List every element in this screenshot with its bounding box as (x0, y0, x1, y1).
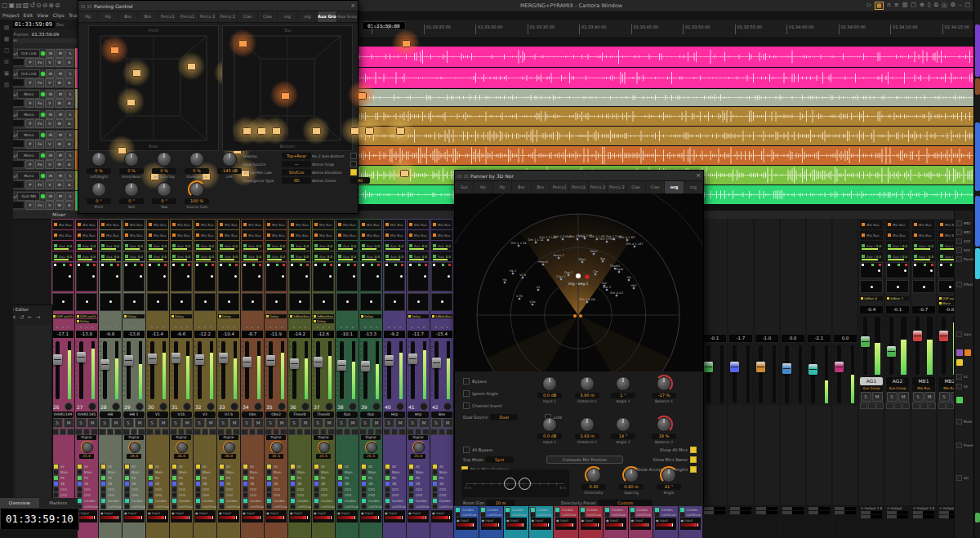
checkbox[interactable] (956, 331, 962, 337)
route-row[interactable]: continuo (290, 504, 311, 509)
small-button[interactable] (280, 429, 287, 435)
color-chip[interactable] (956, 359, 963, 366)
checkbox[interactable] (463, 402, 470, 409)
fx-slot[interactable]: 3dNoirBoost (289, 314, 310, 318)
automation-icon[interactable]: Ⓐ (942, 2, 947, 10)
solo-button[interactable]: S (171, 418, 181, 428)
menu-clips[interactable]: Clips (52, 12, 64, 18)
send-slot[interactable]: Mix Bus (860, 230, 883, 240)
route-row[interactable]: continuo (679, 512, 702, 517)
track-w-button[interactable]: W (55, 99, 64, 108)
small-button[interactable] (920, 402, 928, 409)
small-button[interactable] (894, 402, 902, 409)
fader-track[interactable] (942, 317, 946, 375)
route-row[interactable]: All (100, 464, 122, 469)
route-checkbox[interactable] (432, 469, 438, 475)
route-checkbox[interactable] (100, 475, 106, 481)
panner-tab-11[interactable]: org (665, 181, 684, 193)
pan-box-bottom[interactable] (313, 293, 334, 311)
track-spinner[interactable]: ▲▼ (13, 153, 16, 158)
route-row[interactable]: Cordes (385, 498, 406, 504)
send-slot[interactable]: Mix Bus (76, 230, 97, 240)
route-row[interactable]: All (290, 464, 311, 469)
solo-button[interactable]: S (218, 418, 229, 428)
small-button[interactable] (178, 429, 185, 435)
fader-cap[interactable] (100, 359, 109, 370)
route-checkbox[interactable] (77, 498, 82, 504)
knob[interactable] (189, 152, 204, 167)
route-checkbox[interactable] (172, 469, 177, 475)
small-button[interactable] (312, 429, 319, 435)
solo-button[interactable]: S (336, 418, 347, 428)
small-button[interactable] (241, 429, 248, 435)
pan-box-bottom[interactable] (147, 293, 168, 311)
panner-tab-1[interactable]: Hp (474, 181, 492, 193)
route-checkbox[interactable] (266, 492, 272, 498)
route-checkbox[interactable] (408, 492, 414, 498)
route-checkbox[interactable] (361, 475, 367, 481)
play-icon[interactable]: ▷ (867, 2, 871, 10)
route-row[interactable]: 4B (53, 481, 74, 487)
route-row[interactable]: 4B (100, 481, 122, 487)
route-row[interactable]: All (219, 464, 240, 469)
fader-track[interactable] (292, 341, 296, 399)
small-button[interactable] (304, 429, 311, 435)
route-checkbox[interactable] (219, 475, 225, 481)
checkbox[interactable] (956, 419, 962, 425)
right-panel-mute[interactable]: Mute (956, 419, 972, 425)
route-checkbox[interactable] (290, 498, 296, 504)
track-fx-button[interactable]: Fx (35, 201, 44, 210)
track-p-button[interactable]: P (25, 99, 34, 108)
pan-box-top[interactable] (912, 262, 935, 278)
checkbox[interactable] (956, 475, 962, 481)
route-row[interactable]: 4B (195, 481, 216, 487)
route-row[interactable]: 4B (314, 481, 335, 487)
pan-box-top[interactable] (265, 262, 287, 291)
route-row[interactable]: continuo (243, 504, 264, 509)
small-button[interactable] (225, 429, 233, 435)
knob[interactable] (157, 152, 172, 167)
route-row[interactable]: PS (337, 475, 359, 481)
fx-enable-led[interactable] (77, 320, 79, 322)
route-checkbox[interactable] (243, 487, 248, 492)
small-button[interactable] (336, 429, 343, 435)
rail-icon-1[interactable]: ▦ (0, 36, 13, 42)
send-slot[interactable]: Aux Grp0.0 (194, 251, 216, 261)
route-row[interactable]: 4B (361, 481, 382, 487)
small-button[interactable] (439, 429, 446, 435)
track-s-button[interactable]: S (65, 90, 74, 99)
mute-button[interactable]: M (277, 418, 287, 428)
small-button[interactable] (99, 429, 106, 435)
right-panel-gain[interactable]: Gain (956, 331, 971, 337)
fader-track[interactable] (103, 341, 107, 399)
knob[interactable] (157, 182, 172, 197)
solo-button[interactable]: S (360, 418, 371, 428)
pc-tab-4[interactable]: Percu1 (158, 11, 178, 22)
route-checkbox[interactable] (266, 464, 272, 469)
track-mode[interactable]: Guit MR (17, 192, 40, 201)
solo-button[interactable]: S (939, 392, 950, 402)
small-button[interactable] (170, 429, 177, 435)
route-checkbox[interactable] (408, 469, 414, 475)
channel-strip[interactable]: Mix BusMix BusAux Grp0.0Aux Grp0.03dNoir… (312, 219, 335, 538)
route-row[interactable]: PS (314, 475, 335, 481)
route-checkbox[interactable] (53, 475, 59, 481)
track-ir-button[interactable]: IR (46, 192, 55, 201)
route-checkbox[interactable] (148, 464, 154, 469)
fader-track[interactable] (316, 341, 320, 399)
compute-mic-position-button[interactable]: Compute Mic Position (546, 456, 623, 464)
track-w-button[interactable]: W (55, 78, 64, 87)
mute-button[interactable]: M (301, 418, 311, 428)
pc-tab-12[interactable]: Aux Group (318, 11, 337, 22)
route-checkbox[interactable] (100, 498, 106, 504)
setting-value[interactable]: — (282, 161, 311, 167)
route-checkbox[interactable] (172, 498, 177, 504)
pc-tab-3[interactable]: Bss (138, 11, 158, 22)
route-row[interactable]: CH2 (148, 492, 169, 498)
route-row[interactable]: All (148, 464, 169, 469)
track-v-button[interactable]: V (45, 78, 54, 87)
route-checkbox[interactable] (432, 492, 438, 498)
track-ir-button[interactable]: IR (46, 151, 55, 160)
send-slot[interactable]: Mix Bus (360, 220, 381, 229)
small-button[interactable] (351, 429, 359, 435)
